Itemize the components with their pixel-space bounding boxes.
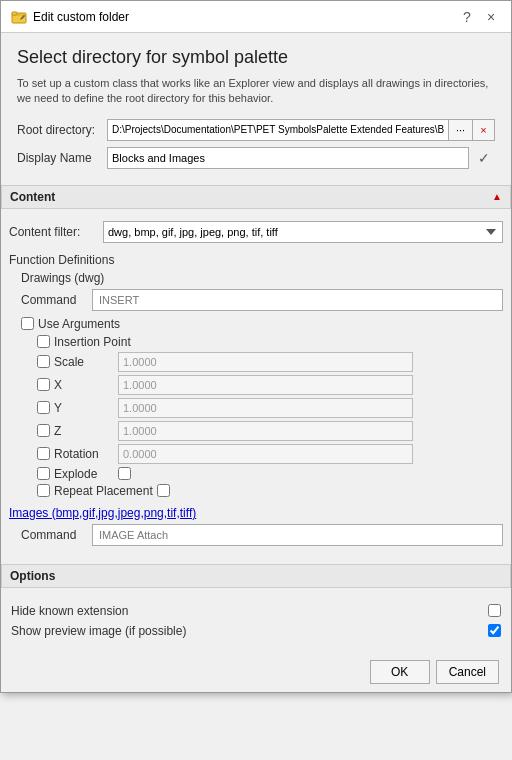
y-row: Y	[37, 398, 503, 418]
show-preview-label: Show preview image (if possible)	[11, 624, 480, 638]
content-section-header[interactable]: Content ▲	[1, 185, 511, 209]
display-name-label: Display Name	[17, 151, 107, 165]
root-directory-label: Root directory:	[17, 123, 107, 137]
display-name-confirm-icon: ✓	[473, 147, 495, 169]
root-directory-field-group: ··· ×	[107, 119, 495, 141]
options-content: Hide known extension Show preview image …	[1, 596, 511, 652]
show-preview-checkbox[interactable]	[488, 624, 501, 637]
images-command-row: Command	[21, 524, 503, 546]
x-row: X	[37, 375, 503, 395]
y-checkbox[interactable]	[37, 401, 50, 414]
dialog-window: Edit custom folder ? × Select directory …	[0, 0, 512, 693]
x-input[interactable]	[118, 375, 413, 395]
z-label: Z	[54, 424, 114, 438]
drawings-label: Drawings (dwg)	[21, 271, 503, 285]
insertion-point-row: Insertion Point	[37, 335, 503, 349]
content-section: Content ▲ Content filter: dwg, bmp, gif,…	[1, 185, 511, 560]
hide-extension-checkbox[interactable]	[488, 604, 501, 617]
content-section-body: Content filter: dwg, bmp, gif, jpg, jpeg…	[1, 217, 511, 560]
rotation-checkbox[interactable]	[37, 447, 50, 460]
scale-label: Scale	[54, 355, 114, 369]
rotation-input[interactable]	[118, 444, 413, 464]
display-name-row: Display Name ✓	[17, 147, 495, 169]
show-preview-row: Show preview image (if possible)	[11, 624, 501, 638]
dialog-title-text: Edit custom folder	[33, 10, 129, 24]
ok-button[interactable]: OK	[370, 660, 430, 684]
command-row: Command	[21, 289, 503, 311]
title-bar-left: Edit custom folder	[11, 9, 129, 25]
svg-rect-1	[12, 12, 17, 15]
hide-extension-label: Hide known extension	[11, 604, 480, 618]
close-button[interactable]: ×	[481, 7, 501, 27]
root-directory-clear-button[interactable]: ×	[473, 119, 495, 141]
x-label: X	[54, 378, 114, 392]
z-row: Z	[37, 421, 503, 441]
repeat-placement-value-checkbox[interactable]	[157, 484, 170, 497]
use-arguments-label: Use Arguments	[38, 317, 120, 331]
images-command-label: Command	[21, 528, 86, 542]
use-arguments-row: Use Arguments	[21, 317, 503, 331]
root-directory-input[interactable]	[107, 119, 449, 141]
content-filter-select[interactable]: dwg, bmp, gif, jpg, jpeg, png, tif, tiff	[103, 221, 503, 243]
scale-row: Scale	[37, 352, 503, 372]
display-name-input[interactable]	[107, 147, 469, 169]
function-definitions-label: Function Definitions	[9, 253, 503, 267]
cancel-button[interactable]: Cancel	[436, 660, 499, 684]
dialog-body: Select directory for symbol palette To s…	[1, 33, 511, 185]
explode-label: Explode	[54, 467, 114, 481]
insertion-point-checkbox[interactable]	[37, 335, 50, 348]
images-section-label: Images (bmp,gif,jpg,jpeg,png,tif,tiff)	[9, 506, 503, 520]
title-bar: Edit custom folder ? ×	[1, 1, 511, 33]
images-command-input[interactable]	[92, 524, 503, 546]
y-input[interactable]	[118, 398, 413, 418]
title-bar-actions: ? ×	[457, 7, 501, 27]
x-checkbox[interactable]	[37, 378, 50, 391]
root-directory-browse-button[interactable]: ···	[449, 119, 473, 141]
z-checkbox[interactable]	[37, 424, 50, 437]
dialog-description: To set up a custom class that works like…	[17, 76, 495, 107]
repeat-placement-label: Repeat Placement	[54, 484, 153, 498]
content-collapse-icon: ▲	[492, 191, 502, 202]
y-label: Y	[54, 401, 114, 415]
explode-value-checkbox[interactable]	[118, 467, 131, 480]
command-input[interactable]	[92, 289, 503, 311]
folder-edit-icon	[11, 9, 27, 25]
command-label: Command	[21, 293, 86, 307]
scale-input[interactable]	[118, 352, 413, 372]
options-section-title: Options	[10, 569, 55, 583]
insertion-point-label: Insertion Point	[54, 335, 131, 349]
scale-checkbox[interactable]	[37, 355, 50, 368]
hide-extension-row: Hide known extension	[11, 604, 501, 618]
repeat-placement-row: Repeat Placement	[37, 484, 503, 498]
dialog-heading: Select directory for symbol palette	[17, 47, 495, 68]
content-section-title: Content	[10, 190, 55, 204]
z-input[interactable]	[118, 421, 413, 441]
rotation-label: Rotation	[54, 447, 114, 461]
content-filter-label: Content filter:	[9, 225, 97, 239]
root-directory-row: Root directory: ··· ×	[17, 119, 495, 141]
content-filter-row: Content filter: dwg, bmp, gif, jpg, jpeg…	[9, 221, 503, 243]
explode-checkbox[interactable]	[37, 467, 50, 480]
options-section: Options Hide known extension Show previe…	[1, 564, 511, 652]
explode-row: Explode	[37, 467, 503, 481]
rotation-row: Rotation	[37, 444, 503, 464]
repeat-placement-checkbox[interactable]	[37, 484, 50, 497]
dialog-footer: OK Cancel	[1, 652, 511, 692]
display-name-field-group: ✓	[107, 147, 495, 169]
use-arguments-checkbox[interactable]	[21, 317, 34, 330]
options-section-header[interactable]: Options	[1, 564, 511, 588]
help-button[interactable]: ?	[457, 7, 477, 27]
